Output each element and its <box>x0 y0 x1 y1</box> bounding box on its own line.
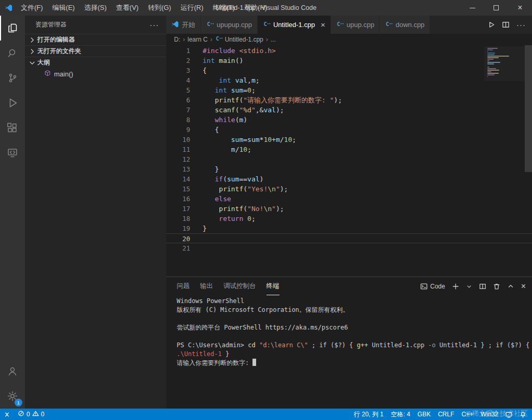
cursor-position[interactable]: 行 20, 列 1 <box>350 409 387 420</box>
settings-badge: 1 <box>15 399 22 406</box>
remote-explorer-icon[interactable] <box>0 140 25 165</box>
editor-tab[interactable]: C++upup.cpp <box>331 16 380 34</box>
plus-icon[interactable] <box>452 283 459 290</box>
chevron-right-icon <box>28 36 36 44</box>
eol-sequence[interactable]: CRLF <box>434 409 458 420</box>
code-line[interactable]: 11 m/10; <box>166 145 532 154</box>
code-line[interactable]: 3{ <box>166 65 532 75</box>
minimap-line <box>487 74 495 75</box>
panel-tab[interactable]: 终端 <box>267 277 280 295</box>
run-and-debug-icon[interactable] <box>0 90 25 115</box>
maximize-button[interactable] <box>484 0 508 16</box>
menubar-item[interactable]: 转到(G) <box>143 0 176 16</box>
code-line[interactable]: 21 <box>166 243 532 253</box>
code-line[interactable]: 18 return 0; <box>166 214 532 224</box>
editor-tab[interactable]: 开始 <box>166 16 201 34</box>
chevron-right-icon: › <box>182 36 186 43</box>
code-text: m/10; <box>190 145 251 154</box>
code-line[interactable]: 8 while(m) <box>166 115 532 125</box>
terminal[interactable]: Windows PowerShell版权所有 (C) Microsoft Cor… <box>166 295 532 409</box>
account-icon[interactable] <box>0 359 25 384</box>
chevron-right-icon: › <box>265 36 269 43</box>
breadcrumb: D:›learn C›C++Untitled-1.cpp›... <box>166 34 532 45</box>
close-button[interactable]: × <box>508 0 532 16</box>
remote-indicator-icon[interactable] <box>0 409 14 420</box>
code-line[interactable]: 7 scanf("%d",&val); <box>166 105 532 115</box>
explorer-icon[interactable] <box>0 16 25 41</box>
breadcrumb-item[interactable]: C++Untitled-1.cpp <box>215 35 263 44</box>
code-line[interactable]: 6 printf("请输入你需要判断的数字: "); <box>166 95 532 105</box>
menubar-item[interactable]: 选择(S) <box>79 0 111 16</box>
outline-label: main() <box>54 70 73 78</box>
more-actions-icon[interactable]: ··· <box>150 20 159 29</box>
code-line[interactable]: 14 if(sum==val) <box>166 174 532 184</box>
terminal-line: 版权所有 (C) Microsoft Corporation。保留所有权利。 <box>177 306 532 314</box>
chevron-up-icon[interactable] <box>507 283 514 290</box>
scrollbar-thumb[interactable] <box>525 45 532 172</box>
panel-tab[interactable]: 调试控制台 <box>223 277 256 295</box>
breadcrumb-item[interactable]: learn C <box>188 36 208 43</box>
code-line[interactable]: 1#include <stdio.h> <box>166 46 532 56</box>
editor-tab[interactable]: C++Untitled-1.cpp× <box>258 16 331 34</box>
warning-icon <box>32 410 39 418</box>
editor-tab-bar: 开始C++upupup.cppC++Untitled-1.cpp×C++upup… <box>166 16 532 34</box>
panel-tab[interactable]: 问题 <box>177 277 190 295</box>
settings-icon[interactable]: 1 <box>0 384 25 409</box>
menubar-item[interactable]: 运行(R) <box>176 0 208 16</box>
minimap[interactable] <box>484 46 525 81</box>
line-number: 15 <box>166 184 190 194</box>
code-text: int sum=0; <box>190 85 256 95</box>
menubar-item[interactable]: 查看(V) <box>111 0 143 16</box>
breadcrumb-item[interactable]: ... <box>271 36 276 43</box>
code-line[interactable]: 17 printf("No!\n"); <box>166 204 532 214</box>
vscode-logo-icon <box>5 4 13 12</box>
encoding[interactable]: GBK <box>414 409 434 420</box>
code-line[interactable]: 4 int val,m; <box>166 75 532 85</box>
code-line[interactable]: 5 int sum=0; <box>166 85 532 95</box>
code-line[interactable]: 12 <box>166 154 532 164</box>
outline-item[interactable]: main() <box>25 68 166 80</box>
close-icon[interactable]: × <box>521 282 526 291</box>
terminal-line: 尝试新的跨平台 PowerShell https://aka.ms/pscore… <box>177 323 532 332</box>
breadcrumb-item[interactable]: D: <box>174 36 180 43</box>
chevron-down-icon[interactable] <box>466 283 472 290</box>
menubar-item[interactable]: 文件(F) <box>16 0 48 16</box>
source-control-icon[interactable] <box>0 65 25 90</box>
sidebar-section[interactable]: 大纲 <box>25 57 166 68</box>
split-editor-icon[interactable] <box>502 21 510 29</box>
code-editor[interactable]: 1#include <stdio.h>2int main()3{4 int va… <box>166 45 532 277</box>
indentation[interactable]: 空格: 4 <box>387 409 414 420</box>
terminal-icon[interactable]: Code <box>420 283 445 290</box>
section-label: 打开的编辑器 <box>37 35 75 44</box>
panel-tab[interactable]: 输出 <box>200 277 213 295</box>
problems-status[interactable]: 0 0 <box>14 409 48 420</box>
code-line[interactable]: 20 <box>166 233 532 243</box>
editor-tabs: 开始C++upupup.cppC++Untitled-1.cpp×C++upup… <box>166 16 430 34</box>
code-line[interactable]: 9 { <box>166 125 532 135</box>
code-line[interactable]: 2int main() <box>166 56 532 65</box>
run-icon[interactable] <box>487 21 495 29</box>
minimize-button[interactable] <box>460 0 484 16</box>
close-icon[interactable]: × <box>321 20 325 29</box>
line-number: 11 <box>166 145 190 154</box>
code-line[interactable]: 10 sum=sum*10+m/10; <box>166 135 532 145</box>
menubar-item[interactable]: 编辑(E) <box>48 0 79 16</box>
search-icon[interactable] <box>0 41 25 65</box>
sidebar-section[interactable]: 打开的编辑器 <box>25 34 166 45</box>
code-line[interactable]: 13 } <box>166 164 532 174</box>
editor-tab[interactable]: C++down.cpp <box>380 16 430 34</box>
svg-text:C: C <box>263 21 267 27</box>
extensions-icon[interactable] <box>0 115 25 140</box>
sidebar-section[interactable]: 无打开的文件夹 <box>25 45 166 57</box>
code-line[interactable]: 19} <box>166 224 532 233</box>
code-line[interactable]: 16 else <box>166 194 532 204</box>
line-number: 12 <box>166 154 190 164</box>
minimap-line <box>487 73 499 74</box>
split-icon[interactable] <box>479 283 486 290</box>
code-line[interactable]: 15 printf("Yes!\n"); <box>166 184 532 194</box>
code-text: sum=sum*10+m/10; <box>190 135 296 145</box>
editor-tab[interactable]: C++upupup.cpp <box>201 16 258 34</box>
line-number: 8 <box>166 115 190 125</box>
trash-icon[interactable] <box>493 283 500 290</box>
more-icon[interactable]: ··· <box>516 20 526 29</box>
